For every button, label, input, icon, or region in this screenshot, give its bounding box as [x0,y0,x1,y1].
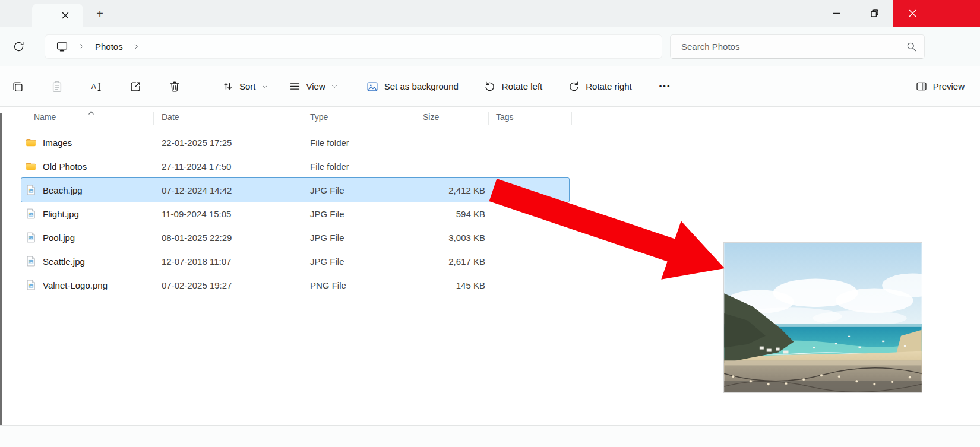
table-row[interactable]: Seattle.jpg 12-07-2018 11:07 JPG File 2,… [21,249,569,273]
rotate-left-button[interactable]: Rotate left [478,74,548,99]
table-row[interactable]: Flight.jpg 11-09-2024 15:05 JPG File 594… [21,202,569,226]
file-type: JPG File [310,256,344,267]
image-file-icon [25,255,37,267]
file-name: Images [43,138,72,148]
explorer-tab[interactable] [32,4,83,27]
column-header-type[interactable]: Type [310,112,328,122]
svg-text:A: A [91,83,96,91]
column-separator[interactable] [488,112,489,125]
image-file-icon [25,232,37,243]
set-as-background-button[interactable]: Set as background [360,74,464,99]
file-date: 08-01-2025 22:29 [162,233,232,243]
breadcrumb-chevron-icon[interactable] [128,37,146,56]
preview-label: Preview [933,81,965,91]
column-separator[interactable] [153,112,154,125]
file-name: Seattle.jpg [43,256,85,267]
column-header-tags[interactable]: Tags [496,112,514,122]
preview-toggle-button[interactable]: Preview [909,74,970,99]
image-file-icon [25,255,37,267]
file-list-area: Name Date Type Size Tags Images 22-01-20… [0,107,980,425]
refresh-button[interactable] [7,34,30,58]
table-row[interactable]: Pool.jpg 08-01-2025 22:29 JPG File 3,003… [21,226,569,249]
minimize-button[interactable] [817,0,855,27]
rotate-right-button[interactable]: Rotate right [561,74,638,99]
file-date: 11-09-2024 15:05 [162,209,231,219]
more-icon: ••• [659,82,671,91]
file-date: 12-07-2018 11:07 [162,256,231,267]
column-header-size[interactable]: Size [423,112,439,122]
file-date: 07-02-2025 19:27 [162,280,232,290]
breadcrumb-item-photos[interactable]: Photos [90,39,128,54]
sort-icon [222,80,234,93]
file-rows: Images 22-01-2025 17:25 File folder Old … [0,131,707,297]
search-box[interactable] [670,34,925,59]
table-row[interactable]: Beach.jpg 07-12-2024 14:42 JPG File 2,41… [21,178,569,202]
file-name: Valnet-Logo.png [43,280,108,290]
column-separator[interactable] [571,112,572,125]
folder-icon [25,160,37,172]
close-icon [908,9,917,18]
column-separator[interactable] [302,112,302,125]
more-options-button[interactable]: ••• [653,74,677,99]
restore-icon [870,8,880,18]
view-button[interactable]: View [283,74,344,99]
file-explorer-window: + Photos [0,0,980,447]
column-headers: Name Date Type Size Tags [0,107,707,129]
status-bar [0,425,980,447]
copy-button[interactable] [5,74,31,99]
file-type: File folder [310,161,349,172]
image-file-icon [25,208,37,220]
table-row[interactable]: Valnet-Logo.png 07-02-2025 19:27 PNG Fil… [21,273,569,297]
file-name: Pool.jpg [43,233,75,243]
breadcrumb-root-this-pc[interactable] [51,37,72,56]
file-name: Beach.jpg [43,185,83,195]
search-icon [906,41,917,52]
table-row[interactable]: Images 22-01-2025 17:25 File folder [21,131,569,154]
column-header-date[interactable]: Date [162,112,179,122]
new-tab-button[interactable]: + [89,4,110,23]
folder-icon [25,137,37,148]
delete-button[interactable] [162,74,188,99]
paste-icon [50,80,64,93]
command-bar: A Sort View Set as background Rotate lef… [0,66,980,107]
toolbar-separator [207,79,207,94]
rename-icon: A [90,80,103,93]
sort-button[interactable]: Sort [216,74,274,99]
image-file-icon [25,184,37,196]
image-file-icon [25,279,37,291]
search-input[interactable] [680,41,906,52]
restore-button[interactable] [855,0,893,27]
breadcrumb-chevron-icon[interactable] [72,37,90,56]
window-controls [817,0,980,27]
tab-bar: + [0,0,980,27]
sort-label: Sort [239,81,256,91]
rotate-right-label: Rotate right [586,81,632,91]
chevron-down-icon [331,83,338,90]
column-separator[interactable] [415,112,415,125]
preview-pane-icon [915,80,928,93]
paste-button[interactable] [44,74,70,99]
folder-icon [25,137,37,148]
minimize-icon [832,9,841,18]
beach-photo [724,243,922,392]
file-type: JPG File [310,233,344,243]
preview-image[interactable] [723,242,922,393]
share-button[interactable] [122,74,148,99]
tab-close-button[interactable] [58,8,73,23]
breadcrumb: Photos [45,34,662,59]
file-size: 2,412 KB [354,185,485,195]
image-file-icon [25,208,37,220]
navigation-bar: Photos [0,27,980,66]
file-date: 27-11-2024 17:50 [162,161,231,172]
rename-button[interactable]: A [83,74,109,99]
chevron-down-icon [261,83,268,90]
table-row[interactable]: Old Photos 27-11-2024 17:50 File folder [21,154,569,178]
column-header-name[interactable]: Name [34,112,56,122]
image-file-icon [25,232,37,243]
toolbar-separator [350,79,350,94]
copy-icon [11,80,24,93]
file-type: File folder [310,138,349,148]
view-icon [289,80,301,93]
set-background-icon [366,80,379,93]
close-button[interactable] [893,0,980,27]
